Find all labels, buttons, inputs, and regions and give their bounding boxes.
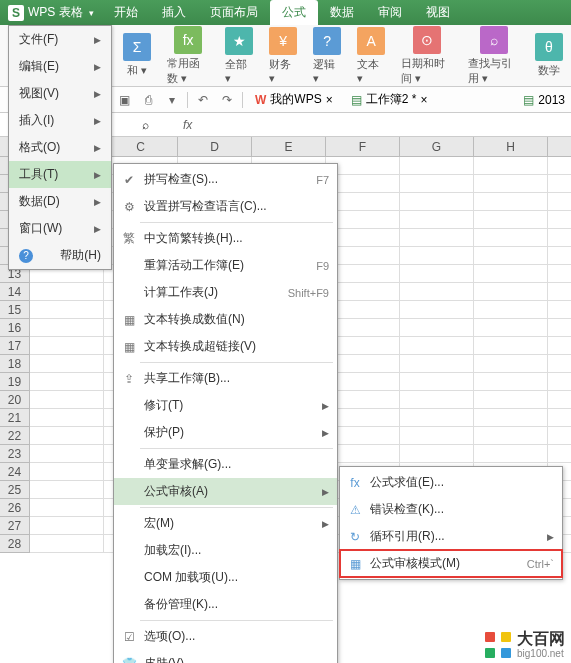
ribbon-文本 ▾[interactable]: A文本 ▾ [349,25,393,86]
cell[interactable] [30,283,104,301]
cell[interactable] [400,391,474,409]
ribbon-全部 ▾[interactable]: ★全部 ▾ [217,25,261,86]
cell[interactable] [400,427,474,445]
tab-视图[interactable]: 视图 [414,0,462,25]
name-box[interactable]: ⌕ [115,118,175,132]
ribbon-财务 ▾[interactable]: ¥财务 ▾ [261,25,305,86]
cell[interactable] [30,463,104,481]
row-header[interactable]: 25 [0,481,30,499]
menu-数据(D)[interactable]: 数据(D)▶ [9,188,111,215]
cell[interactable] [400,301,474,319]
audit-item[interactable]: fx公式求值(E)... [340,469,562,496]
tab-插入[interactable]: 插入 [150,0,198,25]
row-header[interactable]: 21 [0,409,30,427]
audit-item[interactable]: ▦公式审核模式(M)Ctrl+` [340,550,562,577]
cell[interactable] [30,499,104,517]
cell[interactable] [30,535,104,553]
cell[interactable] [548,283,571,301]
tools-item[interactable]: ✔拼写检查(S)...F7 [114,166,337,193]
ribbon-日期和时间 ▾[interactable]: ⊙日期和时间 ▾ [393,25,460,86]
row-header[interactable]: 22 [0,427,30,445]
row-header[interactable]: 17 [0,337,30,355]
tab-数据[interactable]: 数据 [318,0,366,25]
cell[interactable] [400,247,474,265]
cell[interactable] [474,373,548,391]
cell[interactable] [548,175,571,193]
cell[interactable] [474,283,548,301]
row-header[interactable]: 26 [0,499,30,517]
tools-item[interactable]: 单变量求解(G)... [114,451,337,478]
close-icon[interactable]: × [326,93,333,107]
menu-文件(F)[interactable]: 文件(F)▶ [9,26,111,53]
tools-item[interactable]: 繁中文简繁转换(H)... [114,225,337,252]
folder-icon[interactable]: ▣ [115,91,133,109]
tools-item[interactable]: 宏(M)▶ [114,510,337,537]
print-icon[interactable]: ⎙ [139,91,157,109]
cell[interactable] [474,229,548,247]
cell[interactable] [474,391,548,409]
fx-icon[interactable]: fx [183,118,192,132]
row-header[interactable]: 18 [0,355,30,373]
tools-item[interactable]: ⚙设置拼写检查语言(C)... [114,193,337,220]
col-header[interactable]: E [252,137,326,156]
tools-item[interactable]: 重算活动工作簿(E)F9 [114,252,337,279]
col-header[interactable]: F [326,137,400,156]
col-header[interactable]: C [104,137,178,156]
cell[interactable] [400,319,474,337]
cell[interactable] [474,319,548,337]
ribbon-查找与引用 ▾[interactable]: ⌕查找与引用 ▾ [460,25,527,86]
cell[interactable] [548,427,571,445]
cell[interactable] [30,409,104,427]
tools-item[interactable]: COM 加载项(U)... [114,564,337,591]
cell[interactable] [400,157,474,175]
cell[interactable] [548,211,571,229]
cell[interactable] [400,229,474,247]
tools-item[interactable]: 计算工作表(J)Shift+F9 [114,279,337,306]
close-icon[interactable]: × [420,93,427,107]
row-header[interactable]: 19 [0,373,30,391]
row-header[interactable]: 15 [0,301,30,319]
cell[interactable] [474,247,548,265]
cell[interactable] [474,265,548,283]
cell[interactable] [474,337,548,355]
tools-item[interactable]: ▦文本转换成超链接(V) [114,333,337,360]
row-header[interactable]: 28 [0,535,30,553]
cell[interactable] [548,157,571,175]
cell[interactable] [548,301,571,319]
cell[interactable] [400,445,474,463]
row-header[interactable]: 20 [0,391,30,409]
audit-item[interactable]: ↻循环引用(R)...▶ [340,523,562,550]
cell[interactable] [30,391,104,409]
cell[interactable] [548,409,571,427]
cell[interactable] [474,427,548,445]
col-header[interactable]: G [400,137,474,156]
tools-item[interactable]: ▦文本转换成数值(N) [114,306,337,333]
cell[interactable] [30,337,104,355]
tools-item[interactable]: 修订(T)▶ [114,392,337,419]
cell[interactable] [474,175,548,193]
tools-item[interactable]: 备份管理(K)... [114,591,337,618]
cell[interactable] [474,445,548,463]
cell[interactable] [548,373,571,391]
tools-item[interactable]: 公式审核(A)▶ [114,478,337,505]
cell[interactable] [548,247,571,265]
row-header[interactable]: 16 [0,319,30,337]
cell[interactable] [474,157,548,175]
redo-icon[interactable]: ↷ [218,91,236,109]
tab-页面布局[interactable]: 页面布局 [198,0,270,25]
cell[interactable] [548,391,571,409]
app-brand[interactable]: S WPS 表格 ▾ [0,4,102,21]
cell[interactable] [30,445,104,463]
menu-窗口(W)[interactable]: 窗口(W)▶ [9,215,111,242]
cell[interactable] [30,517,104,535]
cell[interactable] [548,193,571,211]
menu-编辑(E)[interactable]: 编辑(E)▶ [9,53,111,80]
tab-开始[interactable]: 开始 [102,0,150,25]
cell[interactable] [400,175,474,193]
tools-item[interactable]: 加载宏(I)... [114,537,337,564]
menu-帮助(H)[interactable]: ?帮助(H) [9,242,111,269]
ribbon-数学[interactable]: θ数学 [527,25,571,86]
cell[interactable] [548,445,571,463]
cell[interactable] [30,319,104,337]
tools-item[interactable]: ☑选项(O)... [114,623,337,650]
